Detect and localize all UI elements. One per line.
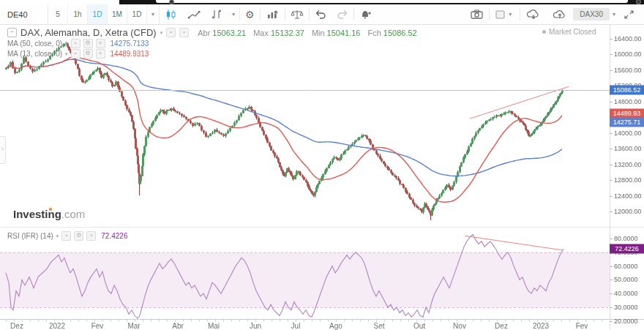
rsi-close-icon[interactable]: × — [86, 231, 96, 241]
time-axis[interactable]: Dez2022FevMarAbrMaiJunJulAgoSetOutNovDez… — [0, 320, 610, 330]
symbol-title: DAX, Alemanha, D, Xetra (CFD) — [20, 27, 157, 38]
ohlc-max: Max15132.37 — [253, 29, 304, 37]
ohlc-min: Min15041.16 — [312, 29, 361, 37]
price-tick-label: 15600.00 — [614, 67, 642, 74]
legend-eye-icon[interactable]: • — [166, 28, 176, 37]
interval-group: 51h1D1M1D — [48, 4, 147, 24]
price-tick-label: 12400.00 — [614, 192, 642, 200]
legend-collapse-icon[interactable]: − — [7, 28, 17, 37]
symbol-search-input[interactable]: DE40 — [0, 4, 48, 24]
rsi-caret-icon[interactable]: ▾ — [56, 233, 59, 239]
compare-scales-icon — [291, 9, 304, 20]
chart-type-candles-button[interactable] — [160, 4, 182, 24]
price-tick-label: 16400.00 — [614, 35, 642, 42]
browser-addressbar-sliver — [156, 0, 628, 3]
interval-dropdown-caret[interactable]: ▾ — [147, 4, 160, 24]
redo-icon — [337, 10, 348, 19]
toolbar-right-group: ▾ DAX30 ▾ — [465, 4, 644, 24]
price-tag: 15086.52 — [610, 86, 644, 95]
candlestick-chart-icon — [165, 9, 177, 20]
snapshot-button[interactable] — [465, 4, 489, 24]
layout-square-icon — [495, 10, 506, 20]
layout-button[interactable]: ▾ — [490, 4, 520, 24]
fullscreen-button[interactable] — [618, 4, 640, 24]
bar-style-button[interactable] — [206, 4, 228, 24]
template-caret[interactable]: ▾ — [613, 11, 615, 18]
price-axis[interactable]: 16800.0016400.0016000.0015600.0015200.00… — [610, 0, 644, 330]
price-tick-label: 16000.00 — [614, 50, 642, 58]
indicators-icon — [266, 9, 280, 20]
alert-button[interactable] — [354, 4, 378, 24]
time-label-ago: Ago — [329, 322, 342, 330]
time-label-dez: Dez — [10, 322, 23, 330]
ma-close-icon[interactable]: × — [96, 39, 105, 48]
settings-button[interactable]: ⚙ — [240, 4, 260, 24]
ma-settings-icon[interactable]: ⚙ — [83, 49, 93, 59]
indicators-button[interactable] — [261, 4, 285, 24]
rsi-settings-icon[interactable]: ⚙ — [74, 231, 83, 241]
time-label-out: Out — [413, 322, 425, 330]
interval-5-0[interactable]: 5 — [48, 4, 68, 24]
interval-1d-4[interactable]: 1D — [127, 4, 147, 24]
rsi-tick-label: 50.0000 — [614, 276, 638, 283]
rsi-tick-label: 20.0000 — [614, 318, 638, 325]
price-tick-label: 12000.00 — [614, 208, 642, 215]
time-label-2022: 2022 — [49, 322, 65, 330]
browser-avatar-dot — [169, 0, 174, 4]
price-tick-label: 13600.00 — [614, 145, 642, 152]
redo-button[interactable] — [332, 4, 353, 24]
alert-bell-icon — [359, 9, 372, 20]
market-status: Market Closed — [542, 28, 596, 36]
price-tick-label: 12800.00 — [614, 176, 642, 184]
save-chart-button[interactable] — [547, 4, 573, 24]
time-label-dez: Dez — [495, 322, 508, 330]
rsi-eye-icon[interactable]: • — [61, 231, 71, 241]
ohlc-fch: Fch15086.52 — [368, 29, 417, 37]
time-label-jun: Jun — [250, 322, 261, 330]
rsi-tick-label: 80.0000 — [614, 235, 638, 242]
time-label-nov: Nov — [453, 322, 466, 330]
ma-close-icon[interactable]: × — [96, 49, 105, 59]
ma-caret-icon[interactable]: ▾ — [65, 41, 68, 47]
rsi-value: 72.4226 — [101, 232, 127, 240]
ma-legend-row-1: MA (13, close, 0)▾•⚙×14489.9313 — [7, 49, 149, 59]
rsi-tag: 72.4226 — [610, 244, 644, 254]
rsi-legend: RSI (IFR) (14) ▾ • ⚙ × 72.4226 — [7, 231, 127, 241]
interval-1h-1[interactable]: 1h — [68, 4, 88, 24]
undo-button[interactable] — [310, 4, 332, 24]
price-tick-label: 14000.00 — [614, 130, 642, 137]
trend-line-icon — [187, 10, 201, 20]
ma-settings-icon[interactable]: ⚙ — [83, 39, 93, 48]
brand-orange-dot — [49, 208, 52, 211]
interval-1d-2[interactable]: 1D — [88, 4, 108, 24]
rsi-tick-label: 60.0000 — [614, 263, 638, 270]
pane-collapse-handle[interactable]: ‹ — [0, 136, 6, 164]
ma-value: 14489.9313 — [111, 50, 149, 58]
ma-caret-icon[interactable]: ▾ — [65, 51, 68, 57]
brand-suffix: .com — [61, 208, 86, 220]
chart-toolbar: DE40 51h1D1M1D ▾ ▾ — [0, 4, 644, 25]
browser-top-strip — [119, 0, 644, 4]
browser-avatar-dot-right — [636, 0, 641, 4]
legend-settings-icon[interactable]: • — [179, 28, 189, 37]
trend-line-tool-button[interactable] — [182, 4, 206, 24]
time-label-mar: Mar — [127, 322, 140, 330]
time-label-jul: Jul — [291, 322, 301, 330]
style-caret[interactable]: ▾ — [228, 4, 239, 24]
compare-button[interactable] — [285, 4, 309, 24]
load-chart-button[interactable] — [520, 4, 547, 24]
price-tick-label: 13200.00 — [614, 161, 642, 168]
time-label-fev: Fev — [576, 322, 588, 330]
ma-legend-row-0: MA (50, close, 0)▾•⚙×14275.7133 — [7, 39, 149, 48]
fullscreen-icon — [624, 10, 634, 20]
time-label-abr: Abr — [172, 322, 184, 330]
legend-caret-icon[interactable]: ▾ — [160, 30, 163, 36]
ma-eye-icon[interactable]: • — [71, 49, 80, 59]
ohlc-abr: Abr15063.21 — [198, 29, 246, 37]
interval-1m-3[interactable]: 1M — [108, 4, 127, 24]
market-status-label: Market Closed — [549, 28, 596, 36]
template-chip[interactable]: DAX30 — [573, 8, 610, 20]
brand-watermark: Investing.com — [13, 208, 85, 220]
status-dot-icon — [542, 30, 546, 34]
ma-eye-icon[interactable]: • — [71, 39, 80, 48]
